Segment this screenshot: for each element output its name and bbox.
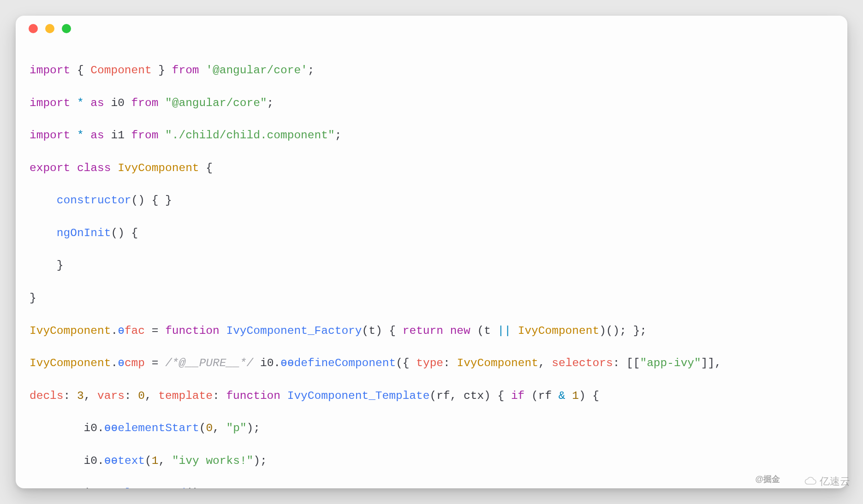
tok: ; [335, 129, 342, 142]
tok: i0. [30, 422, 104, 434]
tok: IvyComponent [518, 325, 599, 337]
code-line: i0.ɵɵtext(1, "ivy works!"); [30, 453, 833, 469]
tok: template [158, 390, 213, 402]
tok [30, 194, 57, 207]
tok [70, 162, 77, 174]
tok [199, 64, 206, 77]
tok: = [145, 357, 165, 369]
tok: "p" [226, 422, 247, 434]
tok: : [125, 390, 138, 402]
tok: from [131, 97, 159, 109]
tok [158, 97, 165, 109]
minimize-icon[interactable] [45, 24, 54, 33]
tok: ; [267, 97, 274, 109]
tok: : [443, 357, 457, 369]
tok: constructor [57, 194, 131, 207]
code-line: ngOnInit() { [30, 225, 833, 241]
tok: import [30, 129, 70, 142]
tok: vars [97, 390, 125, 402]
tok: type [416, 357, 443, 369]
tok: , [450, 390, 464, 402]
tok: return [403, 325, 443, 337]
tok: ); [253, 455, 267, 467]
tok: '@angular/core' [206, 64, 308, 77]
tok: , [84, 390, 97, 402]
tok: { [70, 64, 90, 77]
tok: )(); }; [599, 325, 647, 337]
code-line: } [30, 257, 833, 273]
tok [565, 390, 572, 402]
code-line: constructor() { } [30, 192, 833, 208]
tok [220, 325, 226, 337]
tok: ( [362, 325, 369, 337]
tok: from [131, 129, 159, 142]
code-block: import { Component } from '@angular/core… [16, 42, 847, 488]
tok: . [111, 325, 118, 337]
tok: new [450, 325, 470, 337]
tok: /*@__PURE__*/ [165, 357, 253, 369]
tok: 0 [206, 422, 213, 434]
tok: import [30, 97, 70, 109]
code-line: import { Component } from '@angular/core… [30, 62, 833, 78]
tok: i0. [30, 455, 104, 467]
tok [280, 390, 287, 402]
window-titlebar [16, 16, 847, 42]
tok: IvyComponent [118, 162, 199, 174]
tok: ) { [579, 390, 599, 402]
zoom-icon[interactable] [62, 24, 71, 33]
tok: () { } [131, 194, 172, 207]
watermark-text: 亿速云 [820, 474, 850, 488]
tok: ɵɵ [104, 455, 118, 467]
tok: . [111, 357, 118, 369]
tok: "app-ivy" [640, 357, 701, 369]
tok: IvyComponent_Factory [226, 325, 362, 337]
tok: ({ [396, 357, 416, 369]
close-icon[interactable] [29, 24, 38, 33]
tok: i0 [104, 97, 131, 109]
tok: elementStart [118, 422, 199, 434]
tok: { [199, 162, 213, 174]
tok: 0 [138, 390, 145, 402]
code-line: IvyComponent.ɵcmp = /*@__PURE__*/ i0.ɵɵd… [30, 355, 833, 371]
tok [158, 129, 165, 142]
tok [443, 325, 450, 337]
tok: rf [436, 390, 450, 402]
tok: = [145, 325, 165, 337]
code-line: import * as i0 from "@angular/core"; [30, 95, 833, 111]
tok: text [118, 455, 145, 467]
tok: cmp [125, 357, 145, 369]
tok: ]], [701, 357, 728, 369]
tok: import [30, 64, 70, 77]
tok: * [70, 97, 90, 109]
tok: : [213, 390, 226, 402]
tok: i1 [104, 129, 131, 142]
tok: export [30, 162, 70, 174]
tok: defineComponent [294, 357, 396, 369]
tok: ( [199, 422, 206, 434]
code-line: i0.ɵɵelementStart(0, "p"); [30, 420, 833, 436]
stage: import { Component } from '@angular/core… [0, 0, 863, 504]
tok: , [158, 455, 172, 467]
tok: } [30, 259, 64, 272]
tok: ) { [375, 325, 403, 337]
tok: 3 [77, 390, 84, 402]
tok: fac [125, 325, 145, 337]
code-window: import { Component } from '@angular/core… [16, 16, 847, 488]
tok: if [511, 390, 524, 402]
tok: ngOnInit [57, 227, 111, 239]
tok: 1 [572, 390, 579, 402]
code-line: import * as i1 from "./child/child.compo… [30, 127, 833, 143]
tok: (); [185, 487, 206, 488]
tok: : [[ [613, 357, 640, 369]
tok: from [172, 64, 199, 77]
tok: i0. [253, 357, 280, 369]
tok: } [30, 292, 36, 304]
tok: as [90, 97, 104, 109]
code-line: decls: 3, vars: 0, template: function Iv… [30, 388, 833, 404]
tok: IvyComponent [30, 357, 111, 369]
tok: ( [145, 455, 152, 467]
tok: * [70, 129, 90, 142]
tok: ɵɵ [104, 487, 118, 488]
tok [511, 325, 518, 337]
tok: , [145, 390, 158, 402]
